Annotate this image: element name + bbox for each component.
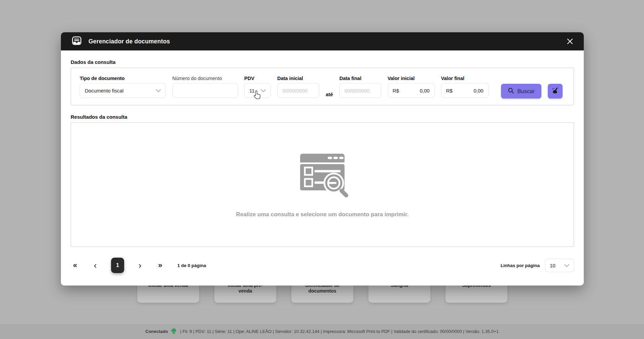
document-manager-icon [72, 36, 82, 47]
dialog-title: Gerenciador de documentos [88, 38, 170, 45]
tipo-documento-label: Tipo de documento [80, 76, 166, 81]
tipo-documento-value: Documento fiscal [85, 88, 123, 93]
last-page-button[interactable]: » [156, 262, 165, 269]
data-final-input[interactable] [339, 83, 381, 98]
current-page-button[interactable]: 1 [111, 258, 124, 273]
valor-final-value: 0,00 [473, 88, 483, 93]
currency-prefix: R$ [393, 88, 399, 93]
query-section-title: Dados da consulta [71, 59, 574, 65]
buscar-button[interactable]: Buscar [501, 84, 541, 99]
gerenciador-documentos-dialog: Gerenciador de documentos Dados da consu… [61, 32, 584, 286]
valor-inicial-input[interactable]: R$ 0,00 [388, 83, 435, 98]
status-details: | Fil: 9 | PDV: 11 | Série: 11 | Ope: AL… [180, 329, 499, 334]
valor-final-input[interactable]: R$ 0,00 [441, 83, 489, 98]
lines-per-page-label: Linhas por página [501, 263, 540, 268]
buscar-label: Buscar [517, 88, 535, 95]
broom-clean-icon [551, 87, 559, 96]
chevron-down-icon [156, 88, 161, 93]
currency-prefix: R$ [446, 88, 453, 93]
previous-page-button[interactable]: ‹ [91, 261, 100, 270]
valor-inicial-label: Valor inicial [388, 76, 435, 81]
page-info: 1 de 0 página [177, 263, 206, 268]
pagination: « ‹ 1 › » 1 de 0 página Linhas por págin… [71, 258, 574, 273]
empty-search-illustration-icon [295, 152, 349, 202]
connected-label: Conectado [145, 329, 168, 334]
numero-documento-input[interactable] [172, 83, 238, 98]
lines-per-page-select[interactable]: 10 [545, 259, 574, 272]
numero-documento-label: Número do documento [172, 76, 238, 81]
empty-state-message: Realize uma consulta e selecione um docu… [236, 211, 409, 218]
query-form: Tipo de documento Documento fiscal Númer… [71, 68, 574, 105]
status-bar: Conectado | Fil: 9 | PDV: 11 | Série: 11… [0, 324, 644, 339]
chevron-down-icon [564, 263, 569, 268]
ate-label: até [326, 91, 333, 97]
data-final-label: Data final [339, 76, 381, 81]
clear-filters-button[interactable] [548, 84, 563, 99]
lines-per-page-value: 10 [550, 263, 556, 268]
close-icon[interactable] [566, 37, 574, 46]
pdv-label: PDV [244, 76, 271, 81]
cloud-sync-icon [171, 328, 177, 335]
search-icon [508, 87, 514, 95]
hand-cursor [253, 90, 262, 101]
valor-inicial-value: 0,00 [420, 88, 429, 93]
tipo-documento-select[interactable]: Documento fiscal [80, 83, 166, 98]
results-section-title: Resultados da consulta [71, 114, 574, 120]
dialog-header: Gerenciador de documentos [61, 32, 584, 50]
next-page-button[interactable]: › [136, 261, 144, 270]
first-page-button[interactable]: « [71, 262, 79, 269]
valor-final-label: Valor final [441, 76, 489, 81]
data-inicial-input[interactable] [277, 83, 319, 98]
data-inicial-label: Data inicial [277, 76, 319, 81]
results-area: Realize uma consulta e selecione um docu… [71, 122, 574, 247]
